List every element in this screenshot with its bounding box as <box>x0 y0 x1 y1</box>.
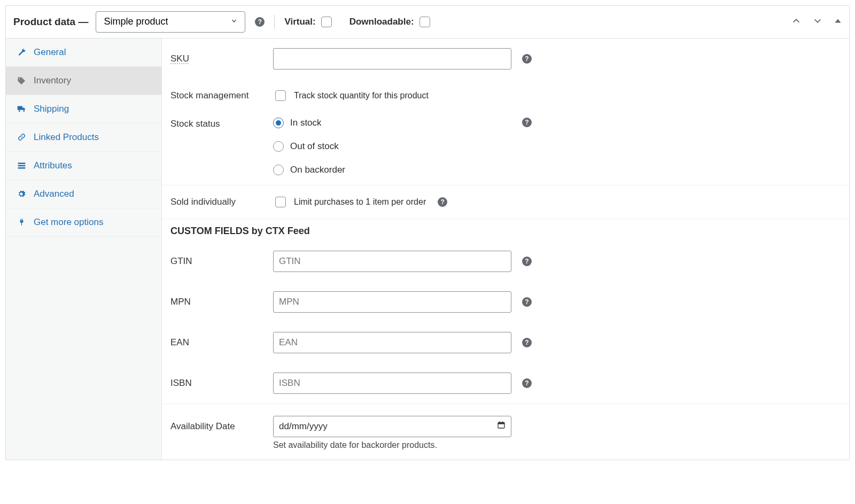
availability-date-hint: Set availability date for backorder prod… <box>273 440 511 450</box>
tab-label: Get more options <box>34 217 103 228</box>
tab-shipping[interactable]: Shipping <box>6 95 161 123</box>
virtual-label: Virtual: <box>284 17 315 27</box>
ean-input[interactable] <box>273 332 511 353</box>
isbn-label: ISBN <box>170 378 273 389</box>
gear-icon <box>17 190 26 198</box>
help-icon[interactable]: ? <box>522 297 532 307</box>
sold-individually-checkbox[interactable] <box>275 197 286 207</box>
radio-label: Out of stock <box>290 141 339 152</box>
tab-general[interactable]: General <box>6 38 161 67</box>
divider <box>274 15 275 29</box>
collapse-icon[interactable] <box>834 17 842 27</box>
tab-attributes[interactable]: Attributes <box>6 152 161 180</box>
tab-label: Linked Products <box>34 132 99 143</box>
availability-date-input[interactable]: dd/mm/yyyy <box>273 416 511 437</box>
stock-status-in-stock[interactable] <box>273 118 284 128</box>
mpn-input[interactable] <box>273 291 511 313</box>
help-icon[interactable]: ? <box>522 257 532 266</box>
radio-label: In stock <box>290 118 322 128</box>
product-data-header: Product data — Simple product ? Virtual:… <box>6 6 849 38</box>
tab-label: Advanced <box>34 189 74 199</box>
move-up-icon[interactable] <box>791 16 801 28</box>
virtual-checkbox[interactable] <box>321 17 332 27</box>
tab-linked-products[interactable]: Linked Products <box>6 123 161 152</box>
tab-label: General <box>34 47 66 58</box>
move-down-icon[interactable] <box>813 16 822 28</box>
help-icon[interactable]: ? <box>522 118 532 127</box>
link-icon <box>17 133 26 141</box>
downloadable-checkbox[interactable] <box>419 17 430 27</box>
svg-rect-1 <box>18 165 25 166</box>
sold-individually-option: Limit purchases to 1 item per order <box>294 197 426 207</box>
product-data-tabs: General Inventory Shipping Linked Produc… <box>6 38 162 460</box>
help-icon[interactable]: ? <box>522 338 532 347</box>
stock-status-label: Stock status <box>170 118 273 129</box>
calendar-icon <box>497 421 506 432</box>
track-stock-label: Track stock quantity for this product <box>294 91 429 100</box>
help-icon[interactable]: ? <box>522 378 532 388</box>
gtin-label: GTIN <box>170 256 273 267</box>
help-icon[interactable]: ? <box>255 17 265 27</box>
plug-icon <box>17 218 26 226</box>
svg-rect-2 <box>18 167 25 169</box>
product-data-metabox: Product data — Simple product ? Virtual:… <box>5 5 850 460</box>
sold-individually-label: Sold individually <box>170 197 273 207</box>
tab-advanced[interactable]: Advanced <box>6 180 161 208</box>
product-data-title: Product data — <box>13 16 88 28</box>
ean-label: EAN <box>170 337 273 348</box>
isbn-input[interactable] <box>273 373 511 394</box>
list-icon <box>17 162 26 169</box>
truck-icon <box>17 105 26 113</box>
svg-rect-4 <box>498 422 504 424</box>
availability-date-label: Availability Date <box>170 416 273 432</box>
svg-rect-0 <box>18 162 25 164</box>
track-stock-checkbox[interactable] <box>275 90 286 101</box>
stock-status-backorder[interactable] <box>273 165 284 175</box>
svg-rect-5 <box>500 421 500 423</box>
stock-status-out-of-stock[interactable] <box>273 141 284 152</box>
custom-fields-heading: CUSTOM FIELDS by CTX Feed <box>162 219 849 241</box>
help-icon[interactable]: ? <box>522 54 532 64</box>
date-placeholder: dd/mm/yyyy <box>279 421 328 432</box>
gtin-input[interactable] <box>273 251 511 272</box>
tab-get-more-options[interactable]: Get more options <box>6 208 161 237</box>
stock-management-label: Stock management <box>170 90 273 101</box>
downloadable-label: Downloadable: <box>349 17 414 27</box>
tab-label: Inventory <box>34 75 71 86</box>
sku-input[interactable] <box>273 48 511 69</box>
tab-inventory[interactable]: Inventory <box>6 67 161 95</box>
svg-rect-6 <box>502 421 503 423</box>
tag-icon <box>17 76 26 85</box>
sku-label: SKU <box>170 53 273 64</box>
inventory-panel: SKU ? Stock management Track stock quant… <box>162 38 849 460</box>
tab-label: Attributes <box>34 160 72 171</box>
product-type-select[interactable]: Simple product <box>96 11 245 33</box>
mpn-label: MPN <box>170 297 273 307</box>
radio-label: On backorder <box>290 165 345 175</box>
wrench-icon <box>17 48 26 56</box>
tab-label: Shipping <box>34 104 69 114</box>
help-icon[interactable]: ? <box>438 197 447 207</box>
